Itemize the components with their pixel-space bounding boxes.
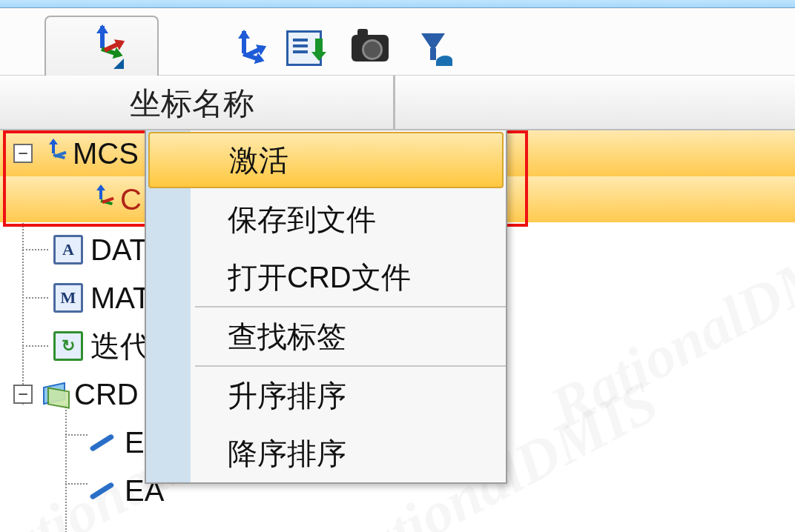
axes-blue-icon[interactable] — [222, 31, 257, 65]
tree-item-label: CRD — [74, 378, 139, 411]
ctx-item-activate[interactable]: 激活 — [148, 132, 504, 188]
axes-3d-icon — [81, 26, 122, 67]
ctx-item-save-file[interactable]: 保存到文件 — [146, 190, 506, 248]
expander-minus-icon[interactable]: − — [13, 385, 33, 404]
ctx-item-find-tag[interactable]: 查找标签 — [146, 307, 506, 365]
list-download-icon[interactable] — [286, 30, 322, 66]
tree-item-label: 迭代 — [90, 326, 150, 367]
ctx-item-open-crd[interactable]: 打开CRD文件 — [146, 248, 506, 306]
toolbar — [0, 8, 795, 76]
planes-icon — [40, 380, 68, 408]
ctx-item-sort-desc[interactable]: 降序排序 — [146, 425, 506, 482]
column-divider[interactable] — [393, 76, 395, 129]
axes-icon — [88, 186, 114, 213]
active-tab-axes[interactable] — [44, 16, 159, 76]
tree-body: RationalDMIS RationalDMIS RationalDMIS R… — [0, 130, 795, 532]
line-icon — [90, 430, 120, 455]
axes-icon — [40, 140, 67, 167]
line-icon — [90, 478, 120, 503]
letter-m-icon: M — [53, 283, 83, 313]
ctx-item-sort-asc[interactable]: 升序排序 — [146, 367, 506, 425]
ctx-item-label: 升序排序 — [228, 376, 346, 416]
filter-icon[interactable] — [418, 32, 448, 64]
context-menu: 激活 保存到文件 打开CRD文件 查找标签 升序排序 降序排序 — [145, 130, 507, 484]
tree-item-label: MCS — [73, 137, 139, 170]
iterate-icon: ↻ — [53, 331, 83, 361]
expander-minus-icon[interactable]: − — [13, 144, 33, 163]
column-header-row: 坐标名称 — [0, 76, 795, 130]
letter-a-icon: A — [53, 235, 83, 265]
tree-item-label: C — [120, 183, 142, 216]
ctx-item-label: 查找标签 — [228, 316, 346, 357]
ctx-item-label: 保存到文件 — [228, 199, 376, 240]
tree-item-label: DAT — [90, 233, 148, 267]
ctx-item-label: 降序排序 — [228, 433, 346, 474]
tree-item-label: MAT — [90, 282, 151, 315]
ctx-item-label: 激活 — [229, 140, 288, 181]
window-titlebar — [0, 0, 795, 8]
camera-icon[interactable] — [352, 35, 389, 61]
column-header-name[interactable]: 坐标名称 — [130, 83, 254, 124]
ctx-item-label: 打开CRD文件 — [228, 257, 411, 298]
